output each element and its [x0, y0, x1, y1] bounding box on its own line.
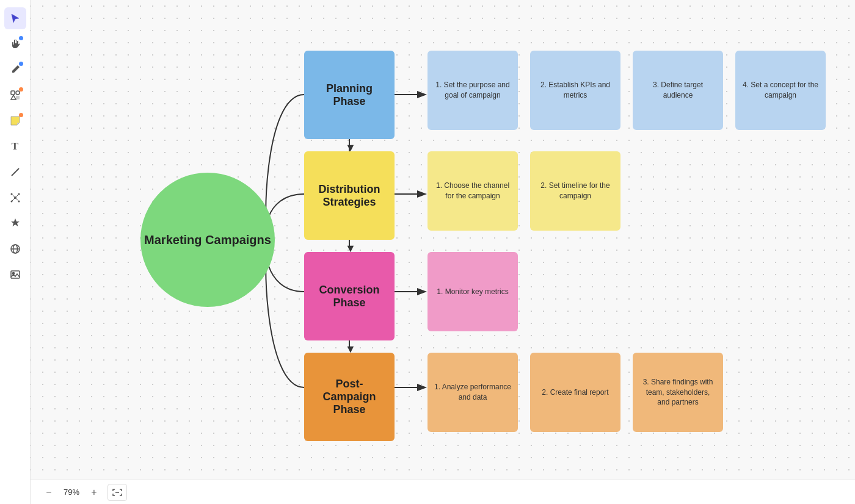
text-tool[interactable]: T — [4, 135, 26, 157]
post-phase-box[interactable]: Post-Campaign Phase — [304, 353, 395, 441]
svg-rect-2 — [16, 96, 20, 99]
zoom-in-button[interactable]: + — [86, 484, 103, 501]
post-note-1[interactable]: 1. Analyze performance and data — [428, 353, 518, 432]
zoom-level: 79% — [62, 488, 81, 497]
distribution-phase-box[interactable]: Distribution Strategies — [304, 151, 395, 240]
svg-line-3 — [12, 168, 19, 176]
hand-tool[interactable] — [4, 33, 26, 55]
distribution-note-2[interactable]: 2. Set timeline for the campaign — [530, 151, 620, 231]
sticky-tool[interactable] — [4, 110, 26, 132]
post-note-2[interactable]: 2. Create final report — [530, 353, 620, 432]
planning-note-3[interactable]: 3. Define target audience — [633, 51, 723, 130]
central-node[interactable]: Marketing Campaigns — [140, 173, 275, 307]
distribution-label: Distribution Strategies — [310, 183, 388, 209]
svg-line-9 — [12, 194, 15, 198]
svg-rect-0 — [11, 91, 15, 95]
planning-note-4[interactable]: 4. Set a concept for the campaign — [735, 51, 826, 130]
post-label: Post-Campaign Phase — [310, 378, 388, 416]
shapes-tool[interactable] — [4, 84, 26, 106]
svg-line-11 — [12, 198, 15, 201]
shapes-dot — [19, 87, 23, 92]
image-tool[interactable] — [4, 264, 26, 286]
canvas[interactable]: Marketing Campaigns Planning Phase ▼ Dis… — [31, 0, 855, 480]
pen-dot — [19, 62, 23, 66]
conversion-label: Conversion Phase — [310, 284, 388, 309]
select-tool[interactable] — [4, 7, 26, 29]
planning-label: Planning Phase — [310, 82, 388, 108]
conversion-phase-box[interactable]: Conversion Phase — [304, 252, 395, 340]
toolbar: T — [0, 0, 31, 504]
fit-view-button[interactable] — [107, 484, 127, 501]
plugins-tool[interactable] — [4, 212, 26, 234]
network-tool[interactable] — [4, 187, 26, 209]
bottom-bar: − 79% + — [31, 480, 855, 504]
globe-tool[interactable] — [4, 238, 26, 260]
svg-point-1 — [16, 91, 20, 95]
distribution-note-1[interactable]: 1. Choose the channel for the campaign — [428, 151, 518, 231]
svg-line-10 — [15, 194, 19, 198]
conversion-note-1[interactable]: 1. Monitor key metrics — [428, 252, 518, 331]
line-tool[interactable] — [4, 161, 26, 183]
pen-dot — [19, 36, 23, 40]
post-note-3[interactable]: 3. Share findings with team, stakeholder… — [633, 353, 723, 432]
planning-note-2[interactable]: 2. Establish KPIs and metrics — [530, 51, 620, 130]
zoom-out-button[interactable]: − — [40, 484, 57, 501]
planning-phase-box[interactable]: Planning Phase — [304, 51, 395, 139]
svg-line-12 — [15, 198, 19, 201]
svg-rect-16 — [11, 271, 20, 278]
planning-note-1[interactable]: 1. Set the purpose and goal of campaign — [428, 51, 518, 130]
pen-tool[interactable] — [4, 59, 26, 81]
sticky-dot — [19, 113, 23, 117]
central-label: Marketing Campaigns — [144, 233, 271, 247]
